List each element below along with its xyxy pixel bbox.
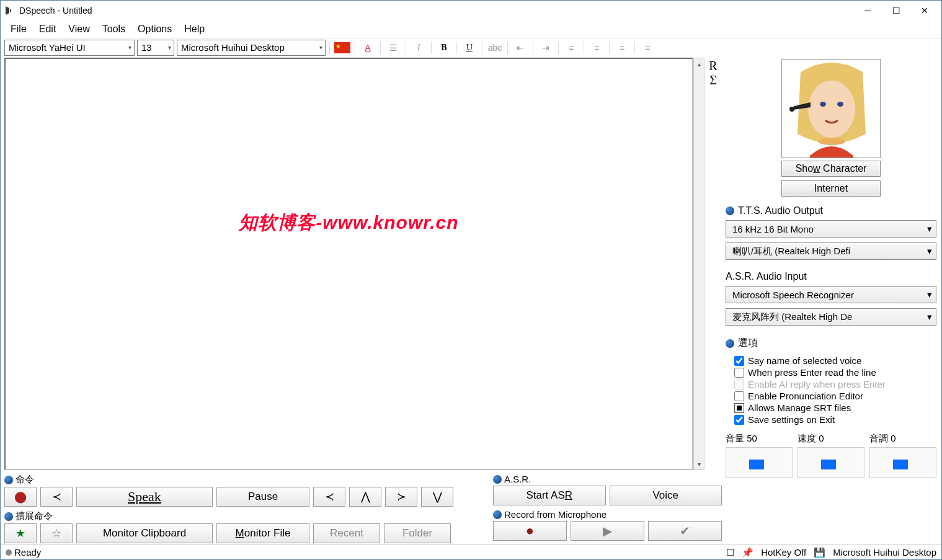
opt-say-name[interactable]: Say name of selected voice xyxy=(734,355,936,367)
slider-thumb[interactable] xyxy=(893,460,908,469)
menu-edit[interactable]: Edit xyxy=(33,22,63,36)
tts-output-header: T.T.S. Audio Output xyxy=(738,205,823,216)
menu-file[interactable]: File xyxy=(4,22,33,36)
voice-select[interactable]: Microsoft Huihui Desktop ▾ xyxy=(177,40,326,56)
prev-button[interactable]: ≺ xyxy=(40,487,73,507)
status-pin-icon[interactable]: 📌 xyxy=(742,547,753,558)
minimize-button[interactable]: ─ xyxy=(853,1,882,20)
chevron-down-icon: ▾ xyxy=(927,289,932,300)
watermark-text: 知软博客-www.knowr.cn xyxy=(239,210,458,236)
speak-button[interactable]: Speak xyxy=(76,487,213,507)
checkbox xyxy=(734,380,744,389)
start-asr-button[interactable]: Start ASR xyxy=(493,486,606,505)
flag-china-icon[interactable] xyxy=(334,40,351,56)
speed-slider[interactable] xyxy=(798,447,864,478)
opt-srt[interactable]: Allows Manage SRT files xyxy=(734,402,936,414)
side-r[interactable]: R xyxy=(709,59,717,73)
internet-button[interactable]: Internet xyxy=(781,180,881,197)
bold-button[interactable]: B xyxy=(435,40,453,56)
separator xyxy=(533,42,533,54)
folder-button[interactable]: Folder xyxy=(384,523,451,543)
status-hotkey: HotKey Off xyxy=(761,547,806,558)
arrow-left-button[interactable]: ≺ xyxy=(313,487,345,507)
arrow-right-button[interactable]: ≻ xyxy=(385,487,417,507)
show-character-button[interactable]: Show Character xyxy=(781,161,881,177)
slider-thumb[interactable] xyxy=(749,460,764,469)
separator xyxy=(406,42,406,54)
status-checkbox[interactable]: ☐ xyxy=(726,547,734,558)
font-select[interactable]: Microsoft YaHei UI ▾ xyxy=(4,40,135,56)
star-outline-button[interactable]: ☆ xyxy=(40,523,73,543)
asr-header: A.S.R. xyxy=(504,474,531,484)
text-editor[interactable]: 知软博客-www.knowr.cn xyxy=(4,58,693,470)
status-ready: Ready xyxy=(14,547,41,558)
side-sigma[interactable]: Σ xyxy=(709,73,717,87)
checkbox[interactable] xyxy=(734,391,744,401)
opt-save-exit[interactable]: Save settings on Exit xyxy=(734,414,936,425)
indent-button[interactable]: ⇥ xyxy=(537,40,554,56)
font-size-value: 13 xyxy=(141,42,152,53)
tts-format-select[interactable]: 16 kHz 16 Bit Mono▾ xyxy=(726,220,936,238)
separator xyxy=(584,42,584,54)
chevron-down-icon: ▾ xyxy=(168,44,171,51)
font-size-select[interactable]: 13 ▾ xyxy=(137,40,174,56)
list-button[interactable]: ☰ xyxy=(384,40,402,56)
volume-slider[interactable] xyxy=(726,447,793,478)
opt-enter-read[interactable]: When press Enter read the line xyxy=(734,367,936,378)
stop-button[interactable]: ⬤ xyxy=(4,487,37,507)
group-icon xyxy=(4,512,13,521)
font-color-button[interactable]: A xyxy=(359,40,376,56)
close-button[interactable]: ✕ xyxy=(910,1,939,20)
group-icon xyxy=(4,476,13,484)
checkbox-mixed[interactable] xyxy=(734,403,744,413)
tts-device-select[interactable]: 喇叭/耳机 (Realtek High Defi▾ xyxy=(726,242,936,260)
align-right-button[interactable]: ≡ xyxy=(613,40,631,56)
checkbox[interactable] xyxy=(734,356,744,366)
align-justify-button[interactable]: ≡ xyxy=(639,40,656,56)
menu-view[interactable]: View xyxy=(62,22,96,36)
menu-tools[interactable]: Tools xyxy=(96,22,131,36)
record-header: Record from Microphone xyxy=(504,509,607,520)
play-button[interactable]: ▶ xyxy=(571,521,644,541)
opt-pronunciation[interactable]: Enable Pronunciation Editor xyxy=(734,390,936,402)
align-left-button[interactable]: ≡ xyxy=(562,40,580,56)
arrow-up-button[interactable]: ⋀ xyxy=(349,487,381,507)
app-icon xyxy=(3,4,16,17)
underline-button[interactable]: U xyxy=(461,40,478,56)
scroll-track[interactable] xyxy=(694,69,704,458)
menu-options[interactable]: Options xyxy=(131,22,178,36)
arrow-down-button[interactable]: ⋁ xyxy=(421,487,453,507)
strike-button[interactable]: abc xyxy=(486,40,504,56)
separator xyxy=(558,42,559,54)
menubar: File Edit View Tools Options Help xyxy=(1,20,941,38)
asr-device-select[interactable]: 麦克风阵列 (Realtek High De▾ xyxy=(726,308,936,326)
outdent-button[interactable]: ⇤ xyxy=(512,40,529,56)
checkbox[interactable] xyxy=(734,415,744,425)
volume-label: 音量 xyxy=(726,433,744,443)
record-button[interactable]: ● xyxy=(493,521,567,541)
separator xyxy=(609,42,610,54)
side-symbols: R Σ xyxy=(704,58,722,470)
monitor-file-button[interactable]: Monitor File xyxy=(216,523,309,543)
recent-button[interactable]: Recent xyxy=(313,523,380,543)
toolbar: Microsoft YaHei UI ▾ 13 ▾ Microsoft Huih… xyxy=(1,38,941,56)
asr-engine-select[interactable]: Microsoft Speech Recognizer▾ xyxy=(726,286,936,303)
editor-scrollbar[interactable]: ▴ ▾ xyxy=(693,58,704,470)
align-center-button[interactable]: ≡ xyxy=(588,40,605,56)
checkbox[interactable] xyxy=(734,368,744,378)
italic-button[interactable]: I xyxy=(410,40,427,56)
voice-button[interactable]: Voice xyxy=(610,486,722,505)
menu-help[interactable]: Help xyxy=(178,22,211,36)
pause-button[interactable]: Pause xyxy=(216,487,309,507)
scroll-up-icon[interactable]: ▴ xyxy=(694,58,704,69)
status-save-icon[interactable]: 💾 xyxy=(814,547,825,558)
maximize-button[interactable]: ☐ xyxy=(882,1,910,20)
slider-thumb[interactable] xyxy=(821,460,836,469)
scroll-down-icon[interactable]: ▾ xyxy=(694,458,704,469)
star-filled-button[interactable]: ★ xyxy=(4,523,37,543)
separator xyxy=(634,42,635,54)
confirm-button[interactable]: ✔ xyxy=(648,521,722,541)
chevron-down-icon: ▾ xyxy=(128,44,131,51)
pitch-slider[interactable] xyxy=(869,447,936,478)
monitor-clipboard-button[interactable]: Monitor Clipboard xyxy=(76,523,213,543)
